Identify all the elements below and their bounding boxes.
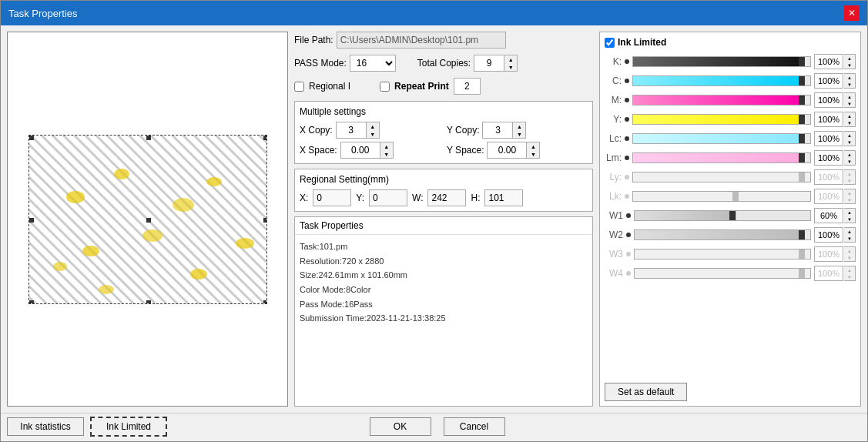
close-button[interactable]: ✕ (844, 5, 860, 21)
ink-c-spinner[interactable]: ▲ ▼ (844, 73, 856, 89)
ink-ly-track (632, 172, 811, 182)
ink-w4-label: W4 (605, 268, 623, 279)
ink-lc-down[interactable]: ▼ (844, 139, 855, 146)
x-copy-spinner[interactable]: ▲ ▼ (336, 122, 380, 139)
task-submission-time: Submission Time:2023-11-21-13:38:25 (300, 311, 588, 326)
ink-w2-fill (635, 230, 802, 239)
ink-row-lm: Lm: ▲ ▼ (605, 149, 856, 166)
regional-checkbox[interactable] (294, 82, 304, 92)
ink-m-down[interactable]: ▼ (844, 100, 855, 107)
x-copy-up[interactable]: ▲ (367, 122, 379, 130)
pass-mode-select[interactable]: 16 8 32 (350, 55, 396, 72)
ink-limited-button[interactable]: Ink Limited (90, 417, 167, 437)
ink-lc-spinner[interactable]: ▲ ▼ (844, 131, 856, 146)
ink-lc-up[interactable]: ▲ (844, 132, 855, 139)
ink-m-spinner[interactable]: ▲ ▼ (844, 92, 856, 108)
ink-y-spinner[interactable]: ▲ ▼ (844, 112, 856, 127)
rs-h-input[interactable] (484, 189, 523, 206)
ink-k-slider[interactable] (632, 55, 811, 69)
ink-limited-checkbox[interactable] (605, 38, 615, 48)
task-props-title: Task Properties (295, 217, 592, 235)
ink-c-slider[interactable] (632, 74, 811, 88)
x-space-input[interactable] (340, 142, 380, 159)
ink-k-spinner[interactable]: ▲ ▼ (844, 54, 856, 69)
ink-c-value[interactable] (814, 73, 843, 89)
ink-lc-value[interactable] (814, 131, 843, 146)
ink-statistics-button[interactable]: Ink statistics (7, 417, 84, 436)
ink-row-y: Y: ▲ ▼ (605, 111, 856, 128)
y-copy-down[interactable]: ▼ (513, 130, 525, 138)
ink-w4-track (634, 268, 811, 279)
ink-lm-down[interactable]: ▼ (844, 158, 855, 165)
ink-k-up[interactable]: ▲ (844, 55, 855, 62)
x-copy-input[interactable] (336, 122, 367, 139)
total-copies-down[interactable]: ▼ (504, 63, 517, 71)
ink-ly-label: Ly: (605, 172, 622, 182)
ink-lm-value-box: ▲ ▼ (814, 150, 856, 166)
ink-m-up[interactable]: ▲ (844, 93, 855, 100)
ink-k-down[interactable]: ▼ (844, 62, 855, 69)
ink-c-up[interactable]: ▲ (844, 74, 855, 81)
regional-setting-title: Regional Setting(mm) (300, 174, 588, 185)
ink-w2-spinner[interactable]: ▲ ▼ (844, 227, 856, 243)
ink-w1-down[interactable]: ▼ (844, 216, 855, 223)
regional-row: Regional I Repeat Print (294, 78, 593, 95)
ink-lm-spinner[interactable]: ▲ ▼ (844, 150, 856, 166)
ink-w1-up[interactable]: ▲ (844, 209, 855, 216)
total-copies-spinner[interactable]: ▲ ▼ (474, 55, 518, 72)
ink-m-value[interactable] (814, 92, 843, 108)
title-bar: Task Properties ✕ (1, 1, 867, 25)
ink-lm-label: Lm: (605, 152, 622, 163)
ink-lm-value[interactable] (814, 150, 843, 166)
ink-row-w1: W1 ▲ ▼ (605, 207, 856, 224)
y-space-spinner[interactable]: ▲ ▼ (487, 142, 540, 159)
cancel-button[interactable]: Cancel (444, 417, 505, 436)
x-copy-down[interactable]: ▼ (367, 130, 379, 138)
x-space-spinner[interactable]: ▲ ▼ (340, 142, 394, 159)
repeat-print-input[interactable] (454, 78, 481, 95)
ink-y-down[interactable]: ▼ (844, 119, 855, 126)
x-space-down[interactable]: ▼ (380, 150, 393, 158)
svg-rect-15 (263, 136, 266, 140)
rs-w-input[interactable] (427, 189, 466, 206)
ink-ly-slider (632, 170, 811, 184)
x-space-up[interactable]: ▲ (380, 142, 393, 150)
ink-y-value[interactable] (814, 112, 843, 127)
ink-lc-slider[interactable] (632, 132, 811, 146)
y-copy-input[interactable] (482, 122, 513, 139)
total-copies-input[interactable] (474, 55, 504, 72)
ink-m-slider[interactable] (632, 93, 811, 107)
svg-point-4 (114, 169, 129, 179)
ink-w1-dot (626, 213, 631, 218)
ink-w1-slider[interactable] (634, 209, 811, 223)
set-as-default-button[interactable]: Set as default (605, 383, 687, 401)
ink-lm-thumb (799, 153, 805, 163)
y-copy-spinner[interactable]: ▲ ▼ (482, 122, 526, 139)
rs-y-input[interactable] (369, 189, 407, 206)
ink-w1-value[interactable] (814, 208, 843, 223)
total-copies-up[interactable]: ▲ (504, 55, 517, 63)
ink-k-value[interactable] (814, 54, 843, 69)
ink-c-down[interactable]: ▼ (844, 81, 855, 88)
ink-w1-spinner[interactable]: ▲ ▼ (844, 208, 856, 223)
ok-button[interactable]: OK (370, 417, 431, 436)
ink-w2-slider[interactable] (634, 228, 811, 242)
file-path-input[interactable] (337, 32, 506, 49)
y-space-down[interactable]: ▼ (527, 150, 539, 158)
ink-lm-slider[interactable] (632, 151, 811, 165)
ink-y-up[interactable]: ▲ (844, 112, 855, 119)
y-space-input[interactable] (487, 142, 527, 159)
rs-x-input[interactable] (313, 189, 351, 206)
ink-w3-value-box: ▲ ▼ (814, 246, 856, 262)
repeat-print-checkbox[interactable] (380, 82, 390, 92)
y-copy-up[interactable]: ▲ (513, 122, 525, 130)
ink-w2-value[interactable] (814, 227, 843, 243)
ink-w3-down: ▼ (844, 254, 855, 261)
ink-w2-down[interactable]: ▼ (844, 235, 855, 242)
ink-c-dot (625, 79, 629, 83)
ink-y-slider[interactable] (632, 112, 811, 126)
y-space-up[interactable]: ▲ (527, 142, 539, 150)
ink-w2-up[interactable]: ▲ (844, 228, 855, 235)
svg-point-10 (236, 238, 254, 249)
ink-lm-up[interactable]: ▲ (844, 151, 855, 158)
